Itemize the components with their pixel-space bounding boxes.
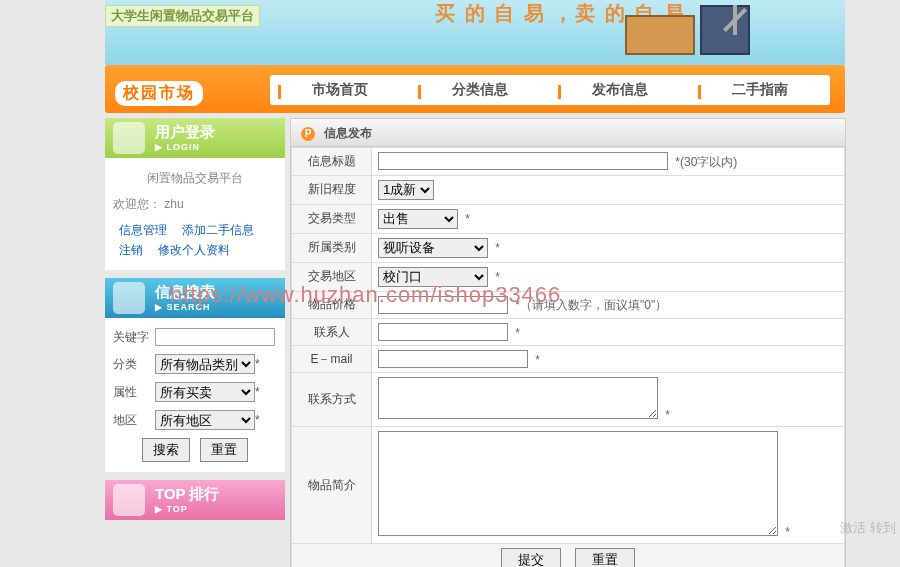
attr-label: 属性	[113, 384, 155, 401]
input-contact[interactable]	[378, 323, 508, 341]
platform-name: 闲置物品交易平台	[113, 168, 277, 188]
hint-price: *（请填入数字，面议填"0"）	[515, 298, 667, 312]
welcome-text: 欢迎您： zhu	[113, 194, 277, 214]
kw-label: 关键字	[113, 329, 155, 346]
select-category[interactable]: 视听设备	[378, 238, 488, 258]
textarea-desc[interactable]	[378, 431, 778, 536]
nav-logo: 校园市场	[115, 81, 203, 106]
nav-home[interactable]: 市场首页	[270, 81, 410, 99]
lbl-email: E－mail	[292, 346, 372, 373]
reset-button[interactable]: 重置	[575, 548, 635, 567]
search-panel-body: 关键字 分类所有物品类别 * 属性所有买卖 * 地区所有地区 * 搜索 重置	[105, 318, 285, 472]
nav-container: 校园市场 市场首页 分类信息 发布信息 二手指南	[105, 65, 845, 113]
input-email[interactable]	[378, 350, 528, 368]
form-header-text: 信息发布	[324, 126, 372, 140]
hint-title: *(30字以内)	[675, 155, 737, 169]
bullet-icon: P	[301, 127, 315, 141]
rank-icon	[113, 484, 145, 516]
top-title: TOP 排行	[155, 485, 219, 502]
search-panel-header: 信息搜索 ▶ SEARCH	[105, 278, 285, 318]
lbl-cond: 新旧程度	[292, 175, 372, 204]
search-reset-button[interactable]: 重置	[200, 438, 248, 462]
login-subtitle: ▶ LOGIN	[155, 142, 285, 152]
search-button[interactable]: 搜索	[142, 438, 190, 462]
login-panel-header: 用户登录 ▶ LOGIN	[105, 118, 285, 158]
top-panel-header: TOP 排行 ▶ TOP	[105, 480, 285, 520]
lbl-cat: 所属类别	[292, 233, 372, 262]
lbl-area: 交易地区	[292, 262, 372, 291]
main-form-panel: P 信息发布 信息标题 *(30字以内) 新旧程度 1成新 交易类型 出售 * …	[290, 118, 846, 567]
cat-label: 分类	[113, 356, 155, 373]
textarea-method[interactable]	[378, 377, 658, 419]
user-icon	[113, 122, 145, 154]
publish-form: 信息标题 *(30字以内) 新旧程度 1成新 交易类型 出售 * 所属类别 视听…	[291, 147, 845, 567]
lbl-type: 交易类型	[292, 204, 372, 233]
nav-publish[interactable]: 发布信息	[550, 81, 690, 99]
input-price[interactable]	[378, 296, 508, 314]
link-manage[interactable]: 信息管理	[119, 223, 167, 237]
lbl-contact: 联系人	[292, 319, 372, 346]
link-profile[interactable]: 修改个人资料	[158, 243, 230, 257]
lbl-price: 物品价格	[292, 291, 372, 319]
top-subtitle: ▶ TOP	[155, 504, 285, 514]
activate-hint: 激活 转到	[840, 519, 896, 537]
select-type[interactable]: 出售	[378, 209, 458, 229]
site-title: 大学生闲置物品交易平台	[105, 5, 260, 27]
lbl-method: 联系方式	[292, 373, 372, 427]
form-header: P 信息发布	[291, 119, 845, 147]
select-area[interactable]: 校门口	[378, 267, 488, 287]
nav-guide[interactable]: 二手指南	[690, 81, 830, 99]
nav-category[interactable]: 分类信息	[410, 81, 550, 99]
input-title[interactable]	[378, 152, 668, 170]
search-subtitle: ▶ SEARCH	[155, 302, 285, 312]
banner-illustration	[625, 5, 805, 60]
link-logout[interactable]: 注销	[119, 243, 143, 257]
area-select[interactable]: 所有地区	[155, 410, 255, 430]
area-label: 地区	[113, 412, 155, 429]
submit-button[interactable]: 提交	[501, 548, 561, 567]
search-title: 信息搜索	[155, 283, 215, 300]
keyword-input[interactable]	[155, 328, 275, 346]
login-panel-body: 闲置物品交易平台 欢迎您： zhu 信息管理 添加二手信息 注销 修改个人资料	[105, 158, 285, 270]
search-icon	[113, 282, 145, 314]
attr-select[interactable]: 所有买卖	[155, 382, 255, 402]
select-condition[interactable]: 1成新	[378, 180, 434, 200]
category-select[interactable]: 所有物品类别	[155, 354, 255, 374]
login-title: 用户登录	[155, 123, 215, 140]
nav-bar: 市场首页 分类信息 发布信息 二手指南	[270, 75, 830, 105]
lbl-title: 信息标题	[292, 148, 372, 176]
link-add[interactable]: 添加二手信息	[182, 223, 254, 237]
lbl-desc: 物品简介	[292, 427, 372, 544]
